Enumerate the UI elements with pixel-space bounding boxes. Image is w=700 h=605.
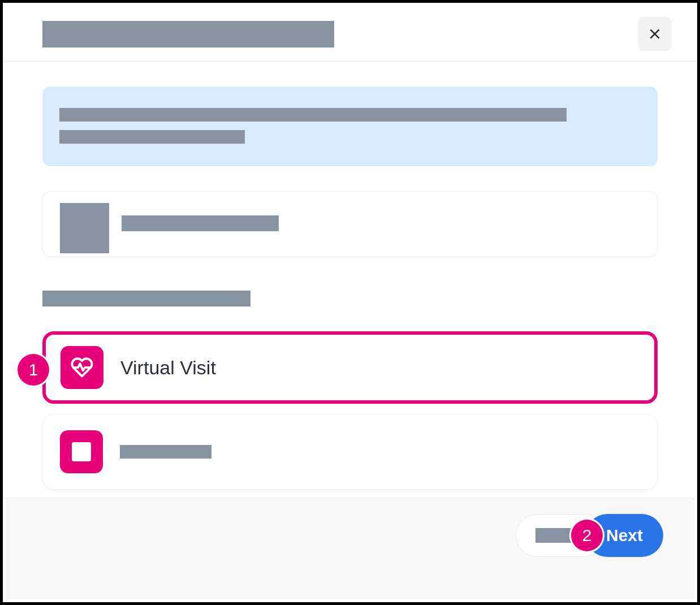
- provider-avatar: [60, 203, 109, 253]
- modal-header: [3, 3, 697, 62]
- provider-name: [122, 215, 279, 231]
- section-heading: [42, 291, 250, 306]
- close-button[interactable]: [638, 17, 672, 51]
- annotation-badge-1: 1: [18, 354, 49, 386]
- provider-card[interactable]: [42, 191, 658, 257]
- info-text-line: [59, 108, 567, 122]
- close-icon: [647, 27, 662, 41]
- option-virtual-visit[interactable]: 1 Virtual Visit: [42, 331, 658, 404]
- modal-content: 1 Virtual Visit: [3, 62, 697, 490]
- option-label: Virtual Visit: [120, 357, 216, 379]
- annotation-badge-2: 2: [571, 520, 603, 551]
- option-secondary[interactable]: [42, 414, 658, 490]
- heart-pulse-icon: [61, 346, 103, 389]
- info-banner: [42, 87, 658, 166]
- modal-title: [42, 21, 334, 47]
- square-icon: [60, 430, 103, 473]
- option-label: [120, 445, 211, 459]
- modal-footer: 2 Next: [6, 498, 694, 599]
- back-button-label: [535, 528, 575, 543]
- info-text-line: [59, 130, 245, 144]
